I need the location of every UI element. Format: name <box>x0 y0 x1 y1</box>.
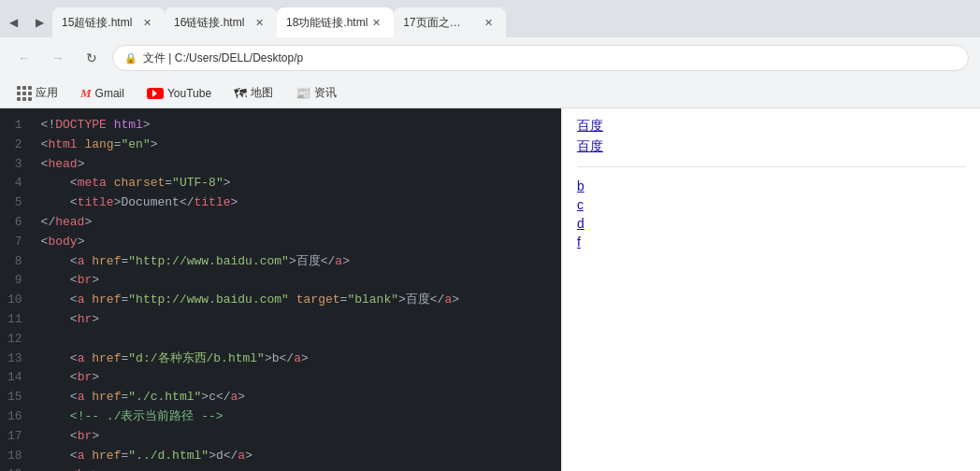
news-icon: 📰 <box>295 86 310 100</box>
preview-link-d[interactable]: d <box>577 216 965 231</box>
code-line-10: <a href="http://www.baidu.com" target="b… <box>34 291 561 310</box>
code-line-7: <body> <box>34 233 561 252</box>
line-num-19: 19 <box>0 465 34 471</box>
code-line-6: </head> <box>34 213 561 233</box>
bookmark-news[interactable]: 📰 资讯 <box>290 83 342 103</box>
code-content: <!DOCTYPE html> <html lang="en"> <head> … <box>34 108 561 471</box>
tab-nav-prev[interactable]: ◀ <box>0 7 26 37</box>
bookmark-apps-label: 应用 <box>36 85 58 101</box>
line-num-14: 14 <box>0 368 34 388</box>
bookmark-news-label: 资讯 <box>314 85 337 101</box>
preview-link-f[interactable]: f <box>577 235 965 250</box>
preview-link-baidu-1[interactable]: 百度 <box>577 118 965 135</box>
bookmark-apps[interactable]: 应用 <box>11 83 64 103</box>
preview-link-b[interactable]: b <box>577 178 965 193</box>
tab-15-close[interactable]: ✕ <box>138 14 155 31</box>
line-num-7: 7 <box>0 233 34 252</box>
tab-15-label: 15超链接.html <box>62 15 138 31</box>
code-line-2: <html lang="en"> <box>34 136 561 155</box>
preview-content: 百度 百度 b c d f <box>562 108 980 263</box>
tab-18-label: 18功能链接.html <box>286 15 368 31</box>
code-line-14: <br> <box>34 368 561 388</box>
line-num-3: 3 <box>0 155 34 175</box>
editor-panel[interactable]: 1 2 3 4 5 6 7 8 9 10 11 12 13 14 15 16 1… <box>0 108 561 471</box>
preview-link-c[interactable]: c <box>577 197 965 212</box>
line-num-18: 18 <box>0 447 34 466</box>
line-num-17: 17 <box>0 427 34 447</box>
tab-17-label: 17页面之… <box>403 15 480 31</box>
code-line-4: <meta charset="UTF-8"> <box>34 174 561 193</box>
bookmark-youtube[interactable]: YouTube <box>141 84 217 102</box>
code-line-15: <a href="./c.html">c</a> <box>34 388 561 407</box>
code-line-1: <!DOCTYPE html> <box>34 116 561 136</box>
bookmark-gmail-label: Gmail <box>95 87 124 100</box>
code-line-17: <br> <box>34 427 561 447</box>
bookmark-maps-label: 地图 <box>251 85 273 101</box>
code-line-18: <a href="../d.html">d</a> <box>34 447 561 466</box>
youtube-icon <box>147 86 164 100</box>
tab-17[interactable]: 17页面之… ✕ <box>394 7 506 37</box>
tab-18-close[interactable]: ✕ <box>368 14 384 31</box>
line-num-11: 11 <box>0 310 34 330</box>
line-num-13: 13 <box>0 350 34 369</box>
gmail-icon: M <box>80 86 92 101</box>
line-num-15: 15 <box>0 388 34 407</box>
line-num-5: 5 <box>0 193 34 213</box>
line-num-12: 12 <box>0 330 34 350</box>
forward-button[interactable]: → <box>45 45 71 71</box>
bookmarks-bar: 应用 M Gmail YouTube 🗺 地图 📰 资讯 <box>0 78 980 108</box>
line-num-1: 1 <box>0 116 34 136</box>
bookmark-youtube-label: YouTube <box>167 87 211 100</box>
tab-bar: ◀ ▶ 15超链接.html ✕ 16链链接.html ✕ 18功能链接.htm… <box>0 0 980 37</box>
code-line-11: <hr> <box>34 310 561 330</box>
tab-15[interactable]: 15超链接.html ✕ <box>52 7 165 37</box>
tab-18[interactable]: 18功能链接.html ✕ <box>277 7 394 37</box>
tab-16-label: 16链链接.html <box>174 15 251 31</box>
main-layout: 1 2 3 4 5 6 7 8 9 10 11 12 13 14 15 16 1… <box>0 108 980 471</box>
line-num-8: 8 <box>0 252 34 272</box>
bookmark-maps[interactable]: 🗺 地图 <box>228 83 279 103</box>
code-line-3: <head> <box>34 155 561 175</box>
back-button[interactable]: ← <box>11 45 37 71</box>
code-line-13: <a href="d:/各种东西/b.html">b</a> <box>34 350 561 369</box>
code-line-5: <title>Document</title> <box>34 193 561 213</box>
tab-17-close[interactable]: ✕ <box>480 14 497 31</box>
refresh-button[interactable]: ↻ <box>79 45 105 71</box>
tab-16-close[interactable]: ✕ <box>251 14 267 31</box>
address-input[interactable]: 🔒 文件 | C:/Users/DELL/Desktop/p <box>112 45 969 71</box>
address-bar: ← → ↻ 🔒 文件 | C:/Users/DELL/Desktop/p <box>0 37 980 78</box>
code-line-12 <box>34 330 561 350</box>
apps-icon <box>17 85 32 101</box>
code-line-9: <br> <box>34 271 561 291</box>
lock-icon: 🔒 <box>124 52 137 64</box>
address-text: 文件 | C:/Users/DELL/Desktop/p <box>143 50 303 66</box>
preview-hr <box>577 166 965 167</box>
bookmark-gmail[interactable]: M Gmail <box>75 84 130 103</box>
code-line-19: <br> <box>34 465 561 471</box>
line-num-10: 10 <box>0 291 34 310</box>
preview-panel: 百度 百度 b c d f <box>562 108 980 471</box>
line-num-9: 9 <box>0 271 34 291</box>
line-numbers: 1 2 3 4 5 6 7 8 9 10 11 12 13 14 15 16 1… <box>0 108 34 471</box>
code-line-16: <!-- ./表示当前路径 --> <box>34 407 561 427</box>
line-num-2: 2 <box>0 136 34 155</box>
line-num-16: 16 <box>0 407 34 427</box>
line-num-6: 6 <box>0 213 34 233</box>
line-num-4: 4 <box>0 174 34 193</box>
tab-16[interactable]: 16链链接.html ✕ <box>165 7 277 37</box>
preview-section-links: b c d f <box>577 178 965 250</box>
tab-nav-next[interactable]: ▶ <box>26 7 52 37</box>
code-line-8: <a href="http://www.baidu.com">百度</a> <box>34 252 561 272</box>
maps-icon: 🗺 <box>234 86 247 101</box>
browser-chrome: ◀ ▶ 15超链接.html ✕ 16链链接.html ✕ 18功能链接.htm… <box>0 0 980 108</box>
preview-link-baidu-2[interactable]: 百度 <box>577 138 965 155</box>
code-lines: 1 2 3 4 5 6 7 8 9 10 11 12 13 14 15 16 1… <box>0 108 561 471</box>
